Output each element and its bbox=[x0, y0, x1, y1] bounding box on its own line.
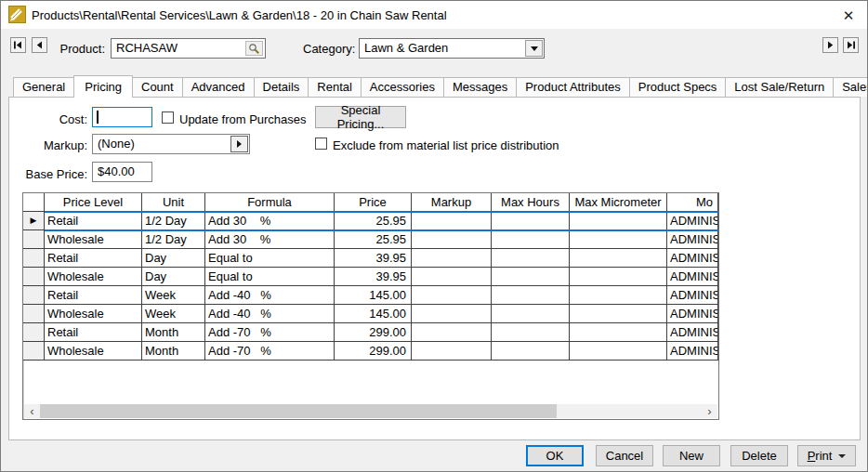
tab-advanced[interactable]: Advanced bbox=[182, 77, 255, 97]
cell-markup[interactable] bbox=[412, 286, 492, 305]
cell-markup[interactable] bbox=[412, 323, 492, 342]
table-row[interactable]: RetailMonthAdd -70 %299.00ADMINISTI bbox=[23, 323, 718, 342]
cell-formula[interactable]: Add 30 % bbox=[205, 230, 335, 249]
row-selector[interactable] bbox=[23, 305, 45, 323]
cell-max_micrometer[interactable] bbox=[570, 268, 667, 286]
table-row[interactable]: ▶Retail1/2 DayAdd 30 %25.95ADMINISTI bbox=[23, 212, 718, 230]
row-selector[interactable]: ▶ bbox=[23, 212, 45, 230]
cell-max_micrometer[interactable] bbox=[570, 305, 667, 323]
column-header-mo[interactable]: Mo bbox=[667, 193, 718, 212]
cell-mo[interactable]: ADMINISTI bbox=[667, 342, 718, 361]
cell-price[interactable]: 145.00 bbox=[335, 286, 412, 305]
cell-max_hours[interactable] bbox=[492, 249, 570, 268]
cell-price[interactable]: 25.95 bbox=[335, 230, 412, 249]
tab-sales-activity[interactable]: Sales Activity bbox=[833, 77, 868, 97]
row-selector[interactable] bbox=[23, 230, 45, 249]
tab-messages[interactable]: Messages bbox=[443, 77, 517, 97]
tab-details[interactable]: Details bbox=[254, 77, 309, 97]
cell-max_micrometer[interactable] bbox=[570, 286, 667, 305]
cell-price_level[interactable]: Wholesale bbox=[45, 342, 142, 361]
table-row[interactable]: RetailWeekAdd -40 %145.00ADMINISTI bbox=[23, 286, 718, 305]
cell-markup[interactable] bbox=[412, 342, 492, 361]
cell-price_level[interactable]: Retail bbox=[45, 323, 142, 342]
scrollbar-thumb[interactable] bbox=[40, 404, 557, 418]
cell-mo[interactable]: ADMINISTI bbox=[667, 286, 718, 305]
cell-price[interactable]: 39.95 bbox=[335, 268, 412, 286]
cell-max_micrometer[interactable] bbox=[570, 323, 667, 342]
product-search-button[interactable] bbox=[245, 41, 263, 56]
base-price-input[interactable]: $40.00 bbox=[92, 162, 152, 182]
cell-markup[interactable] bbox=[412, 212, 492, 230]
cell-price_level[interactable]: Retail bbox=[45, 286, 142, 305]
tab-general[interactable]: General bbox=[13, 77, 74, 97]
special-pricing-button[interactable]: Special Pricing... bbox=[315, 106, 406, 128]
horizontal-scrollbar[interactable]: ‹ › bbox=[24, 404, 717, 418]
column-header-price[interactable]: Price bbox=[335, 193, 412, 212]
close-icon[interactable]: ✕ bbox=[835, 4, 861, 27]
last-record-button[interactable] bbox=[843, 37, 859, 53]
delete-button[interactable]: Delete bbox=[730, 445, 788, 466]
tab-accessories[interactable]: Accessories bbox=[361, 77, 444, 97]
row-selector[interactable] bbox=[23, 323, 45, 342]
column-header-unit[interactable]: Unit bbox=[142, 193, 205, 212]
cell-max_hours[interactable] bbox=[492, 323, 570, 342]
cell-formula[interactable]: Add 30 % bbox=[205, 212, 335, 230]
cell-unit[interactable]: 1/2 Day bbox=[142, 212, 205, 230]
cancel-button[interactable]: Cancel bbox=[596, 445, 653, 466]
tab-lost-sale-return[interactable]: Lost Sale/Return bbox=[725, 77, 834, 97]
cell-mo[interactable]: ADMINISTI bbox=[667, 305, 718, 323]
cost-input[interactable] bbox=[92, 107, 152, 127]
cell-max_micrometer[interactable] bbox=[570, 230, 667, 249]
cell-formula[interactable]: Add -70 % bbox=[205, 342, 335, 361]
tab-rental[interactable]: Rental bbox=[308, 77, 362, 97]
first-record-button[interactable] bbox=[10, 37, 26, 53]
column-header-markup[interactable]: Markup bbox=[412, 193, 492, 212]
cell-max_micrometer[interactable] bbox=[570, 342, 667, 361]
next-record-button[interactable] bbox=[822, 37, 838, 53]
cell-mo[interactable]: ADMINISTI bbox=[667, 230, 718, 249]
cell-price[interactable]: 39.95 bbox=[335, 249, 412, 268]
cell-max_hours[interactable] bbox=[492, 230, 570, 249]
tab-count[interactable]: Count bbox=[132, 77, 183, 97]
product-input[interactable]: RCHASAW bbox=[111, 38, 266, 59]
previous-record-button[interactable] bbox=[32, 37, 47, 53]
cell-price_level[interactable]: Retail bbox=[45, 212, 142, 230]
column-header-price-level[interactable]: Price Level bbox=[45, 193, 142, 212]
markup-combobox[interactable]: (None) bbox=[92, 134, 250, 154]
cell-price[interactable]: 299.00 bbox=[335, 323, 412, 342]
cell-price_level[interactable]: Wholesale bbox=[45, 230, 142, 249]
cell-mo[interactable]: ADMINISTI bbox=[667, 249, 718, 268]
table-row[interactable]: Wholesale1/2 DayAdd 30 %25.95ADMINISTI bbox=[23, 230, 718, 249]
cell-mo[interactable]: ADMINISTI bbox=[667, 212, 718, 230]
cell-max_micrometer[interactable] bbox=[570, 249, 667, 268]
cell-unit[interactable]: Day bbox=[142, 249, 205, 268]
cell-markup[interactable] bbox=[412, 305, 492, 323]
table-row[interactable]: WholesaleMonthAdd -70 %299.00ADMINISTI bbox=[23, 342, 718, 361]
cell-mo[interactable]: ADMINISTI bbox=[667, 323, 718, 342]
column-header-formula[interactable]: Formula bbox=[205, 193, 335, 212]
category-combobox[interactable]: Lawn & Garden bbox=[359, 38, 545, 59]
table-row[interactable]: WholesaleDayEqual to39.95ADMINISTI bbox=[23, 268, 718, 286]
column-header-max-hours[interactable]: Max Hours bbox=[492, 193, 570, 212]
tab-product-specs[interactable]: Product Specs bbox=[629, 77, 727, 97]
cell-formula[interactable]: Equal to bbox=[205, 268, 335, 286]
cell-markup[interactable] bbox=[412, 249, 492, 268]
cell-markup[interactable] bbox=[412, 230, 492, 249]
cell-unit[interactable]: Week bbox=[142, 305, 205, 323]
print-button[interactable]: Print bbox=[797, 445, 856, 466]
scroll-right-icon[interactable]: › bbox=[702, 404, 717, 418]
cell-unit[interactable]: Month bbox=[142, 342, 205, 361]
cell-price_level[interactable]: Wholesale bbox=[45, 268, 142, 286]
cell-max_micrometer[interactable] bbox=[570, 212, 667, 230]
cell-formula[interactable]: Add -40 % bbox=[205, 286, 335, 305]
cell-price[interactable]: 145.00 bbox=[335, 305, 412, 323]
cell-max_hours[interactable] bbox=[492, 212, 570, 230]
cell-mo[interactable]: ADMINISTI bbox=[667, 268, 718, 286]
row-selector[interactable] bbox=[23, 342, 45, 361]
column-header-max-micrometer[interactable]: Max Micrometer bbox=[570, 193, 667, 212]
cell-max_hours[interactable] bbox=[492, 305, 570, 323]
row-selector-header[interactable] bbox=[23, 193, 45, 212]
cell-price_level[interactable]: Retail bbox=[45, 249, 142, 268]
cell-max_hours[interactable] bbox=[492, 286, 570, 305]
tab-pricing[interactable]: Pricing bbox=[73, 75, 133, 98]
